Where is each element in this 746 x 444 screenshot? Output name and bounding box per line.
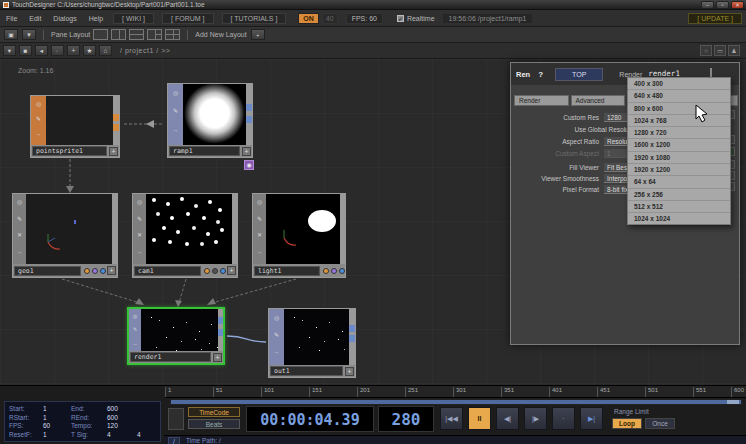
menu-item-resolution[interactable]: 1920 x 1200 — [628, 164, 730, 176]
menu-item-resolution[interactable]: 1600 x 1200 — [628, 139, 730, 151]
edit-icon[interactable]: ✎ — [257, 216, 262, 222]
pause-button[interactable]: II — [468, 407, 491, 430]
out1-outputs[interactable] — [349, 309, 355, 365]
menu-item-resolution[interactable]: 1024 x 1024 — [628, 213, 730, 225]
frame-ruler[interactable]: 1 51 101 151 201 251 301 351 401 451 501… — [165, 386, 746, 398]
breadcrumb[interactable]: / project1 / >> — [120, 47, 170, 54]
pane-circle-icon[interactable]: ○ — [700, 45, 712, 56]
expand-parameters-button[interactable]: + — [213, 353, 222, 362]
layout-single-button[interactable] — [93, 29, 108, 40]
step-back-button[interactable]: ◀| — [496, 407, 519, 430]
geo1-viewer[interactable] — [26, 194, 112, 264]
node-ramp1[interactable]: ◎ ✎ → ☛ ramp1 + ◉ — [167, 83, 253, 158]
display-icon[interactable]: ◎ — [17, 199, 22, 205]
start-value[interactable]: 1 — [43, 405, 71, 412]
node-cam1[interactable]: ◎ ✎ ✕ → ☛ cam1 + — [132, 193, 238, 278]
beats-mode-button[interactable]: Beats — [188, 419, 240, 429]
tsig-value-2[interactable]: 4 — [137, 431, 151, 438]
play-reverse-button[interactable]: · — [552, 407, 575, 430]
arrow-icon[interactable]: → — [133, 340, 138, 346]
family-top-button[interactable]: TOP — [555, 68, 603, 81]
snapshot-icon[interactable]: ▣ — [4, 29, 18, 40]
edit-icon[interactable]: ✎ — [133, 326, 137, 332]
render1-viewer[interactable] — [141, 309, 218, 351]
fps-value[interactable]: 60 — [43, 422, 71, 429]
arrow-icon[interactable]: → — [17, 249, 23, 255]
pointsprite1-viewer[interactable] — [46, 96, 113, 145]
display-icon[interactable]: ◎ — [36, 101, 41, 107]
display-icon[interactable]: ◎ — [173, 90, 178, 96]
timeline-options-button[interactable] — [168, 408, 184, 430]
node-geo1[interactable]: ◎ ✎ ✕ → ☛ geo1 + — [12, 193, 118, 278]
pane-person-icon[interactable]: ♟ — [728, 45, 740, 56]
arrow-icon[interactable]: → — [173, 127, 179, 133]
node-label[interactable]: out1 — [270, 366, 343, 376]
display-icon[interactable]: ◎ — [274, 315, 279, 321]
clone-icon[interactable]: ✕ — [17, 232, 22, 238]
maximize-button[interactable]: ▫ — [716, 1, 729, 9]
forum-link[interactable]: [ FORUM ] — [162, 13, 213, 24]
pane-menu-icon[interactable]: ▾ — [3, 45, 16, 56]
current-frame-display[interactable]: 280 — [378, 406, 434, 432]
menu-item-resolution[interactable]: 512 x 512 — [628, 201, 730, 213]
arrow-icon[interactable]: → — [36, 131, 42, 137]
rstart-value[interactable]: 1 — [43, 414, 71, 421]
layout-three-button[interactable] — [147, 29, 162, 40]
display-flag[interactable] — [212, 268, 218, 274]
timeline-range-bar[interactable] — [170, 399, 742, 405]
expand-parameters-button[interactable]: + — [109, 147, 118, 156]
menu-item-resolution[interactable]: 64 x 64 — [628, 176, 730, 188]
render1-outputs[interactable] — [218, 309, 223, 351]
jump-to-start-button[interactable]: |◀◀ — [440, 407, 463, 430]
menu-edit[interactable]: Edit — [23, 15, 47, 22]
pane-rect-icon[interactable]: ▭ — [714, 45, 726, 56]
menu-file[interactable]: File — [0, 15, 23, 22]
arrow-icon[interactable]: → — [137, 249, 143, 255]
render-flag[interactable] — [204, 268, 210, 274]
clone-icon[interactable]: ✕ — [137, 232, 142, 238]
clone-icon[interactable]: ✕ — [257, 232, 262, 238]
wiki-link[interactable]: [ WIKI ] — [113, 13, 154, 24]
once-button[interactable]: Once — [645, 418, 675, 429]
display-flag[interactable] — [331, 268, 337, 274]
node-label[interactable]: render1 — [130, 352, 211, 362]
parent-folder-icon[interactable]: ⌂ — [99, 45, 112, 56]
ramp1-outputs[interactable] — [246, 84, 252, 145]
help-icon[interactable]: ? — [538, 70, 543, 79]
tutorials-link[interactable]: [ TUTORIALS ] — [222, 13, 287, 24]
layout-split-h-button[interactable] — [129, 29, 144, 40]
tab-advanced[interactable]: Advanced — [571, 95, 626, 106]
display-flag[interactable] — [92, 268, 98, 274]
display-icon[interactable]: ◎ — [137, 199, 142, 205]
close-button[interactable]: ✕ — [731, 1, 744, 9]
nav-forward-icon[interactable]: ▸ — [51, 45, 64, 56]
realtime-checkbox[interactable]: ✓ — [397, 15, 404, 22]
cam1-viewer[interactable] — [146, 194, 232, 264]
light1-viewer[interactable] — [266, 194, 340, 264]
display-icon[interactable]: ◎ — [257, 199, 262, 205]
out1-viewer[interactable] — [284, 309, 349, 365]
path-add-icon[interactable]: + — [67, 45, 80, 56]
menu-dialogs[interactable]: Dialogs — [47, 15, 82, 22]
render-flag[interactable] — [323, 268, 329, 274]
save-icon[interactable]: ▼ — [22, 29, 36, 40]
menu-help[interactable]: Help — [83, 15, 109, 22]
bookmark-star-icon[interactable]: ★ — [83, 45, 96, 56]
node-label[interactable]: light1 — [254, 266, 320, 276]
arrow-icon[interactable]: → — [257, 249, 263, 255]
expand-parameters-button[interactable]: + — [227, 266, 236, 275]
layout-quad-button[interactable] — [165, 29, 180, 40]
minimize-button[interactable]: – — [701, 1, 714, 9]
render-flag[interactable] — [84, 268, 90, 274]
edit-icon[interactable]: ✎ — [173, 108, 178, 114]
ramp1-comment-icon[interactable]: ◉ — [244, 160, 254, 170]
menu-item-resolution[interactable]: 1024 x 768 — [628, 115, 730, 127]
tempo-value[interactable]: 120 — [107, 422, 137, 429]
jump-to-end-button[interactable]: ▶| — [580, 407, 603, 430]
node-out1[interactable]: ◎ ✎ → ☛ out1 + — [268, 308, 356, 378]
loop-button[interactable]: Loop — [612, 418, 642, 429]
edit-icon[interactable]: ✎ — [17, 216, 22, 222]
range-end-handle[interactable] — [727, 400, 739, 404]
end-value[interactable]: 600 — [107, 405, 137, 412]
expand-parameters-button[interactable]: + — [345, 367, 354, 376]
